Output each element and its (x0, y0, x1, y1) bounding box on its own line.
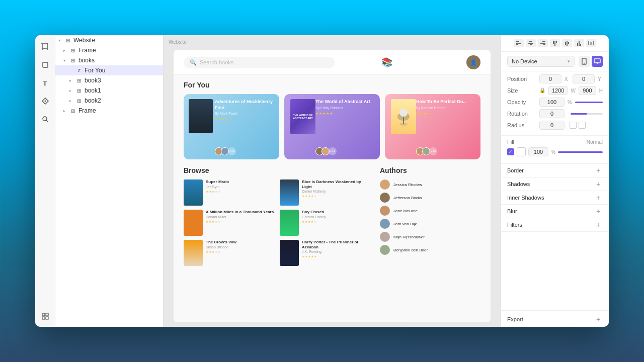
position-row: Position 0 X 0 Y (507, 74, 603, 83)
star: ★ (222, 117, 225, 121)
filters-add-btn[interactable]: + (594, 220, 603, 229)
featured-card-abstract[interactable]: THE WORLD OF ABSTRACT ART The World of A… (284, 94, 380, 159)
desktop-device-btn[interactable] (592, 56, 603, 67)
book-item-crow[interactable]: The Crow's Vow Susan Briscoe ★ ★ ★ ★ ★ (184, 240, 276, 266)
author-benjamin[interactable]: Benjamin den Boer (380, 245, 480, 255)
blur-section: Blur + (501, 205, 609, 218)
inner-shadows-label: Inner Shadows (507, 195, 594, 201)
book-item-darkness[interactable]: Blue is Darkness Weakened by Light Danie… (280, 179, 372, 206)
fill-slider[interactable] (558, 151, 603, 153)
author-avatar (380, 206, 390, 216)
book-stars: ★ ★ ★ ★ ★ (206, 250, 276, 253)
card-author: By Kathian Branda (416, 106, 476, 110)
card-author: By Mark Twain (215, 112, 275, 115)
position-y-input[interactable]: 0 (573, 74, 595, 83)
align-middle-icon[interactable] (562, 39, 572, 47)
card-text-dutch: How To Be Perfect Du... By Kathian Brand… (416, 99, 476, 116)
book-app: 🔍 Search books... 📚 👤 For You (174, 50, 491, 322)
export-add-btn[interactable]: + (594, 315, 603, 324)
layer-frame2[interactable]: ▸ ⊞ Frame (55, 106, 163, 116)
author-avatar (380, 245, 390, 255)
star: ★ (209, 220, 211, 223)
book-item-million[interactable]: A Million Miles in a Thousand Years Dona… (184, 210, 276, 236)
align-top-icon[interactable] (550, 39, 560, 47)
layer-book3[interactable]: ▸ ⊞ book3 (55, 75, 163, 85)
size-h-input[interactable]: 900 (579, 86, 596, 95)
layer-for-you[interactable]: ▸ T For You (55, 65, 163, 75)
author-jane[interactable]: Jane McLane (380, 206, 480, 216)
opacity-input[interactable]: 100 (539, 98, 565, 107)
align-right-icon[interactable] (538, 39, 548, 47)
distribute-h-icon[interactable] (586, 39, 596, 47)
search-bar[interactable]: 🔍 Search books... (184, 57, 335, 68)
crop-tool[interactable] (40, 41, 51, 52)
svg-rect-33 (577, 43, 578, 46)
grid-tool[interactable] (40, 311, 51, 322)
book-stars: ★ ★ ★ ★ ★ (302, 254, 372, 258)
lock-icon: 🔒 (539, 87, 545, 94)
rotation-input[interactable]: 0 (539, 109, 565, 118)
star: ★ (215, 220, 217, 223)
device-dropdown[interactable]: No Device ▾ (507, 56, 575, 67)
book-item-mario[interactable]: Super Mario Jeff Byrn ★ ★ ★ ★ ★ (184, 179, 276, 206)
svg-rect-34 (579, 41, 580, 46)
rotation-label: Rotation (507, 111, 536, 117)
border-add-btn[interactable]: + (594, 166, 603, 175)
align-bottom-icon[interactable] (574, 39, 584, 47)
frame-tool[interactable] (40, 59, 51, 70)
blur-label: Blur (507, 208, 594, 214)
radius-input[interactable]: 0 (539, 121, 565, 130)
author-jorn[interactable]: Jorn van Dijk (380, 219, 480, 229)
author-krijn[interactable]: Krijn Rijsshouwer (380, 232, 480, 242)
pen-tool[interactable] (40, 96, 51, 107)
author-jefferson[interactable]: Jefferson Bricks (380, 193, 480, 203)
book-item-erased[interactable]: Boy Erased Garrard Conley ★ ★ ★ ★ ★ (280, 210, 372, 236)
layer-website[interactable]: ▾ ⊞ Website (55, 35, 163, 45)
position-x-input[interactable]: 0 (539, 74, 561, 83)
author-jessica[interactable]: Jessica Rhodes (380, 179, 480, 190)
radius-all-icon[interactable] (570, 122, 577, 129)
abstract-art-cover: THE WORLD OF ABSTRACT ART (290, 99, 315, 134)
star: ★ (212, 250, 214, 253)
rotation-slider[interactable] (571, 113, 603, 115)
blur-add-btn[interactable]: + (594, 207, 603, 216)
for-you-section-title: For You (184, 81, 480, 89)
layer-book2[interactable]: ▸ ⊞ book2 (55, 96, 163, 106)
radius-individual-icon[interactable] (579, 122, 586, 129)
svg-rect-0 (42, 44, 47, 49)
opacity-slider[interactable] (575, 102, 603, 103)
layer-books[interactable]: ▾ ⊞ books (55, 55, 163, 65)
fill-color-box[interactable] (517, 147, 526, 156)
size-w-input[interactable]: 1200 (548, 86, 568, 95)
shadows-add-btn[interactable]: + (594, 179, 603, 189)
align-left-icon[interactable] (514, 39, 524, 47)
text-tool[interactable]: T (40, 77, 51, 88)
search-tool[interactable] (40, 114, 51, 125)
layer-book1[interactable]: ▸ ⊞ book1 (55, 85, 163, 96)
star: ★ (215, 117, 218, 121)
book-app-header: 🔍 Search books... 📚 👤 (174, 50, 491, 75)
shadows-section: Shadows + (501, 177, 609, 191)
star: ★ (218, 250, 220, 253)
star: ★ (305, 254, 307, 258)
fill-opacity-input[interactable]: 100 (528, 147, 548, 156)
svg-rect-20 (516, 44, 518, 45)
book-item-potter[interactable]: Harry Potter - The Prisoner of Azkaban J… (280, 240, 372, 266)
mobile-device-btn[interactable] (579, 56, 590, 67)
featured-card-dutch[interactable]: How To Be Perfect Du... By Kathian Brand… (385, 94, 480, 159)
featured-card-huckleberry[interactable]: Adventures of Huckleberry Finn By Mark T… (184, 94, 279, 159)
book-app-content: For You Adventures of Huckleberry Finn B… (174, 75, 491, 272)
align-center-icon[interactable] (526, 39, 536, 47)
fill-section: Fill Normal ✓ 100 % (501, 136, 609, 164)
book-stars: ★ ★ ★ ★ ★ (302, 220, 372, 223)
book-cover-erased (280, 210, 299, 236)
frame-icon: ⊞ (69, 47, 76, 54)
book-title: Harry Potter - The Prisoner of Azkaban (302, 240, 372, 249)
star: ★ (206, 190, 208, 193)
inner-shadows-add-btn[interactable]: + (594, 193, 603, 202)
star: ★ (209, 190, 211, 193)
fill-checkbox[interactable]: ✓ (507, 148, 514, 155)
authors-title: Authors (380, 166, 480, 174)
layer-frame1[interactable]: ▸ ⊞ Frame (55, 45, 163, 55)
star: ★ (308, 254, 310, 258)
